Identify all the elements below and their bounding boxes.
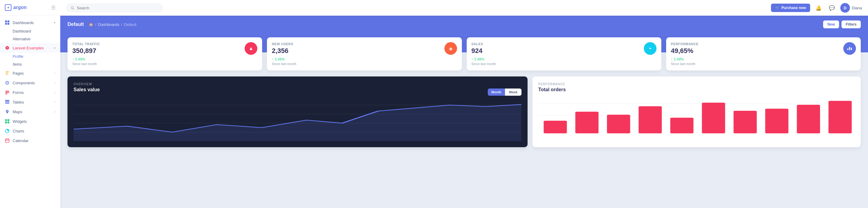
laravel-chevron: ▾ [54, 46, 56, 50]
performance-label: PERFORMANCE [671, 42, 699, 46]
maps-label: Maps [13, 110, 52, 114]
svg-rect-44 [828, 101, 851, 133]
svg-rect-23 [8, 138, 8, 140]
svg-rect-2 [5, 23, 7, 25]
svg-rect-40 [702, 103, 725, 133]
sales-value: 924 [471, 47, 496, 55]
sidebar-item-charts[interactable]: Charts [0, 126, 60, 136]
search-input[interactable] [77, 6, 158, 10]
sidebar-item-maps[interactable]: Maps › [0, 107, 60, 116]
search-icon [71, 6, 74, 10]
svg-rect-0 [5, 21, 7, 22]
calendar-icon [5, 138, 10, 143]
sidebar-item-tables[interactable]: Tables › [0, 97, 60, 107]
stat-info-performance: PERFORMANCE 49,65% ↑ 3.48% Since last mo… [671, 42, 699, 66]
sales-since: Since last month [471, 62, 496, 66]
sales-arrow-icon: ↑ [471, 57, 473, 61]
stats-area: TOTAL TRAFFIC 350,897 ↑ 3.48% Since last… [60, 37, 868, 70]
sales-chart-title: Sales value [73, 87, 100, 93]
svg-rect-24 [5, 140, 9, 140]
page-title: Default [67, 22, 84, 27]
users-arrow-icon: ↑ [272, 57, 274, 61]
stat-card-sales: SALES 924 ↑ 3.48% Since last month [467, 37, 661, 70]
svg-rect-19 [7, 122, 9, 124]
content-area: Default 🏠 / Dashboards / Default New Fil… [60, 16, 868, 208]
purchase-button[interactable]: 🛒 Purchase now [771, 4, 810, 12]
traffic-label: TOTAL TRAFFIC [72, 42, 100, 46]
sidebar-header: ✦ argon ☰ [0, 0, 60, 15]
maps-icon [5, 109, 10, 114]
topbar-right: 🛒 Purchase now 🔔 💬 D Diana [771, 3, 862, 13]
search-bar[interactable] [66, 4, 163, 12]
performance-icon [843, 42, 856, 55]
hamburger-icon[interactable]: ☰ [51, 5, 56, 10]
chart-toggle: Month Week [488, 89, 522, 96]
users-change-value: 3.48% [275, 57, 285, 61]
charts-area: OVERVIEW Sales value Month Week [60, 70, 868, 153]
dashboards-chevron: ▾ [54, 21, 56, 24]
tables-chevron: › [55, 101, 56, 104]
svg-point-9 [7, 82, 8, 83]
sales-change-value: 3.48% [474, 57, 485, 61]
svg-rect-41 [733, 111, 756, 133]
sales-chart-label: OVERVIEW [73, 82, 522, 86]
svg-rect-6 [6, 73, 8, 74]
sidebar-item-alternative[interactable]: Alternative [0, 35, 60, 43]
user-menu[interactable]: D Diana [840, 3, 862, 13]
sales-chart-card: OVERVIEW Sales value Month Week [67, 76, 528, 147]
users-since: Since last month [272, 62, 296, 66]
pages-label: Pages [13, 71, 52, 75]
widgets-label: Widgets [13, 119, 56, 124]
svg-rect-21 [5, 139, 9, 142]
messages-icon[interactable]: 💬 [827, 3, 837, 13]
sidebar-item-dashboard[interactable]: Dashboard [0, 27, 60, 35]
svg-rect-13 [5, 100, 9, 101]
sidebar: ✦ argon ☰ Dashboards ▾ Dashboard Alterna… [0, 0, 60, 208]
sidebar-item-components[interactable]: Components › [0, 78, 60, 88]
stat-card-performance: PERFORMANCE 49,65% ↑ 3.48% Since last mo… [666, 37, 861, 70]
notifications-icon[interactable]: 🔔 [814, 3, 824, 13]
laravel-icon [5, 45, 10, 50]
sidebar-item-widgets[interactable]: Widgets [0, 116, 60, 126]
svg-rect-12 [5, 94, 7, 95]
sidebar-item-forms[interactable]: Forms › [0, 88, 60, 97]
components-chevron: › [55, 81, 56, 84]
svg-rect-15 [5, 103, 9, 104]
topbar: 🛒 Purchase now 🔔 💬 D Diana [60, 0, 868, 16]
svg-rect-5 [6, 72, 9, 73]
components-label: Components [13, 81, 52, 85]
svg-rect-7 [6, 74, 8, 75]
performance-arrow-icon: ↑ [671, 57, 673, 61]
sidebar-item-laravel-examples[interactable]: Laravel Examples ▾ [0, 43, 60, 53]
orders-chart-label: PERFORMANCE [538, 82, 855, 86]
new-button[interactable]: New [823, 21, 839, 28]
svg-rect-1 [7, 21, 9, 22]
sales-icon [644, 42, 656, 55]
arrow-up-icon: ↑ [72, 57, 74, 61]
calendar-label: Calendar [13, 138, 56, 143]
filters-button[interactable]: Filters [841, 21, 861, 28]
toggle-month-button[interactable]: Month [488, 89, 505, 96]
sales-label: SALES [471, 42, 496, 46]
forms-icon [5, 90, 10, 95]
toggle-week-button[interactable]: Week [505, 89, 522, 96]
sidebar-item-calendar[interactable]: Calendar [0, 136, 60, 145]
stat-info-users: NEW USERS 2,356 ↑ 3.48% Since last month [272, 42, 296, 66]
sidebar-item-dashboards[interactable]: Dashboards ▾ [0, 18, 60, 27]
line-chart [73, 102, 522, 141]
maps-chevron: › [55, 110, 56, 113]
sidebar-item-pages[interactable]: Pages › [0, 68, 60, 78]
sidebar-item-profile[interactable]: Profile [0, 53, 60, 61]
tables-icon [5, 100, 10, 104]
svg-rect-42 [765, 109, 788, 133]
user-name: Diana [852, 6, 862, 10]
svg-rect-39 [670, 118, 693, 133]
svg-rect-14 [5, 101, 9, 102]
logo-icon: ✦ [5, 4, 11, 11]
traffic-since: Since last month [72, 62, 100, 66]
sidebar-item-items[interactable]: Items [0, 61, 60, 68]
users-label: NEW USERS [272, 42, 296, 46]
breadcrumb-dashboards[interactable]: Dashboards [98, 22, 119, 27]
stat-card-users: NEW USERS 2,356 ↑ 3.48% Since last month… [267, 37, 462, 70]
orders-chart-title: Total orders [538, 87, 855, 93]
